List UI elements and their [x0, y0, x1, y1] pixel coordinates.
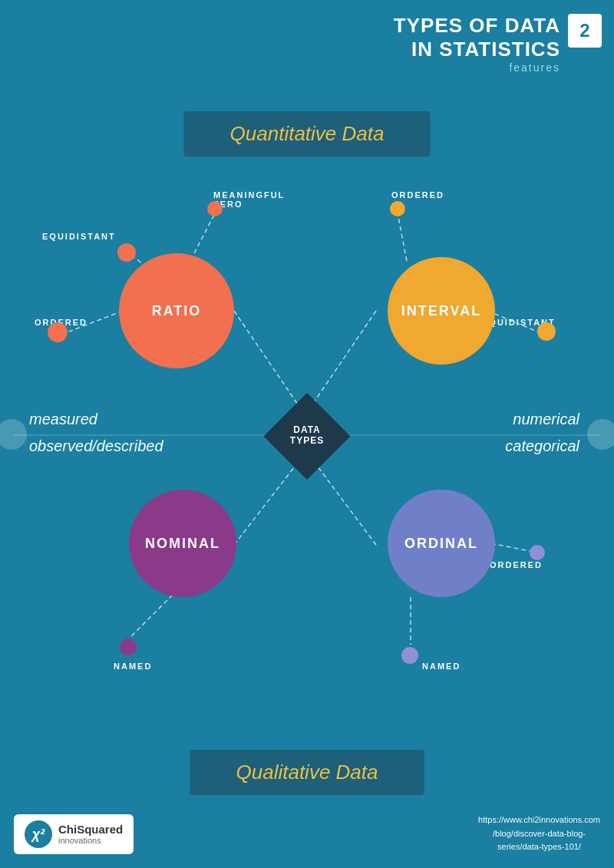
svg-line-3 — [234, 460, 299, 545]
page-title: TYPES OF DATA IN STATISTICS features — [394, 14, 560, 74]
ordinal-ordered-label: ORDERED — [490, 560, 543, 569]
svg-line-2 — [311, 311, 376, 407]
ratio-equidistant-label: EQUIDISTANT — [42, 232, 116, 241]
ratio-meaningful-zero-label: MEANINGFULZERO — [213, 190, 285, 209]
measured-label: measured — [29, 411, 97, 428]
qualitative-data-box: Qualitative Data — [190, 750, 424, 795]
svg-line-11 — [491, 543, 530, 551]
svg-line-10 — [130, 595, 173, 637]
ordinal-ordered-sat — [530, 545, 545, 560]
observed-label: observed/described — [29, 437, 163, 455]
numerical-label: numerical — [513, 411, 579, 428]
title-line2: IN STATISTICS — [394, 38, 560, 61]
ratio-label: RATIO — [152, 303, 202, 319]
header-subtitle: features — [394, 61, 560, 74]
logo-sub: innovations — [58, 836, 123, 845]
nominal-named-label: NAMED — [114, 662, 152, 671]
ordinal-named-sat — [401, 647, 418, 664]
ordinal-circle: ORDINAL — [388, 490, 495, 597]
interval-ordered-top-label: ORDERED — [391, 190, 444, 200]
interval-label: INTERVAL — [401, 303, 481, 319]
footer-url: https://www.chi2innovations.com /blog/di… — [478, 814, 600, 854]
categorical-label: categorical — [505, 437, 579, 455]
page-number-badge: 2 — [568, 14, 602, 48]
ratio-meaningful-zero-sat — [207, 201, 223, 216]
ratio-equidistant-sat — [117, 243, 136, 262]
logo-name: ChiSquared — [58, 823, 123, 836]
interval-ordered-top-sat — [390, 201, 405, 216]
ratio-circle: RATIO — [119, 253, 234, 368]
logo-icon: χ² — [25, 820, 52, 848]
nominal-label: NOMINAL — [145, 536, 220, 552]
nominal-named-sat — [120, 639, 137, 655]
quantitative-data-box: Quantitative Data — [184, 111, 431, 157]
left-arrow-circle — [0, 419, 27, 450]
interval-circle: INTERVAL — [388, 257, 495, 365]
footer-logo: χ² ChiSquared innovations — [14, 814, 134, 854]
logo-text: ChiSquared innovations — [58, 823, 123, 846]
nominal-circle: NOMINAL — [129, 490, 236, 597]
title-line1: TYPES OF DATA — [394, 14, 560, 38]
ratio-ordered-sat — [48, 322, 68, 342]
right-arrow-circle — [587, 419, 614, 450]
ordinal-label: ORDINAL — [404, 536, 478, 552]
svg-line-7 — [194, 213, 215, 253]
ordinal-named-label: NAMED — [422, 662, 460, 671]
svg-line-4 — [313, 460, 376, 545]
svg-line-8 — [398, 213, 407, 261]
interval-equidistant-sat — [537, 322, 556, 341]
svg-line-1 — [234, 311, 299, 407]
center-label: DATATYPES — [290, 424, 324, 445]
